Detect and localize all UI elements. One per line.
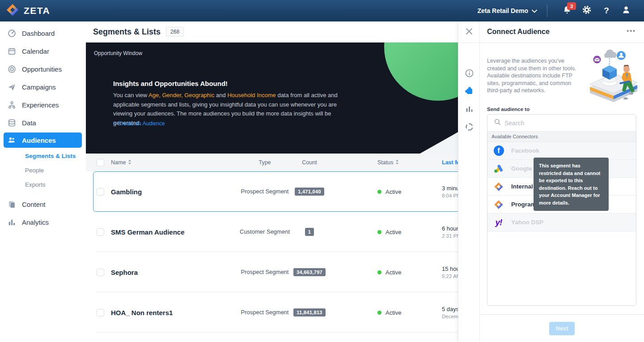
help-button[interactable]: ? [601, 5, 612, 16]
chevron-down-icon [532, 7, 537, 14]
sidebar-item-campaigns[interactable]: Campaigns [0, 78, 86, 96]
sidebar-item-segments-lists[interactable]: Segments & Lists [0, 149, 86, 163]
close-icon [466, 28, 473, 37]
sidebar-item-dashboard[interactable]: Dashboard [0, 24, 86, 42]
analytics-tab[interactable] [458, 103, 480, 117]
gear-icon [582, 5, 592, 17]
segment-name[interactable]: SMS German Audience [111, 228, 185, 236]
status-dot [377, 190, 381, 194]
content-header: Segments & Lists 268 [86, 21, 458, 43]
last-modified-time: 2:31 PM [442, 233, 458, 239]
segment-name[interactable]: Sephora [111, 269, 138, 276]
connector-label: Yahoo DSP [511, 219, 543, 226]
last-modified-time: 8:04 PM [442, 193, 458, 198]
sidebar-item-exports[interactable]: Exports [0, 177, 86, 192]
sidebar-item-label: Dashboard [22, 30, 55, 37]
column-header-type[interactable]: Type [258, 159, 271, 166]
zeta-logo-icon [6, 3, 19, 18]
last-modified: 6 hour [442, 225, 458, 232]
row-checkbox[interactable] [97, 309, 104, 316]
segment-name[interactable]: HOA_ Non renters1 [111, 309, 173, 316]
sidebar-item-content[interactable]: Content [0, 195, 86, 213]
settings-button[interactable] [581, 5, 592, 16]
people-icon [8, 136, 16, 145]
connect-audience-panel: Connect Audience ••• Leverage the audien… [458, 21, 644, 342]
available-connectors-header: Available Connectors [487, 132, 636, 142]
sidebar-item-calendar[interactable]: Calendar [0, 42, 86, 60]
segment-count: 1,471,040 [295, 188, 324, 196]
column-header-last-modified[interactable]: Last Mo [442, 159, 458, 166]
sidebar-item-opportunities[interactable]: Opportunities [0, 60, 86, 78]
row-checkbox[interactable] [97, 228, 104, 236]
select-all-checkbox[interactable] [97, 159, 104, 167]
column-header-count[interactable]: Count [302, 159, 317, 166]
segment-count: 1 [305, 228, 314, 236]
connector-label: Facebook [511, 147, 539, 154]
sidebar-item-audiences[interactable]: Audiences [4, 133, 82, 148]
segment-name[interactable]: Gambling [111, 188, 142, 196]
user-menu-button[interactable] [621, 5, 631, 16]
sidebar-item-label: Experiences [22, 101, 59, 109]
banner-highlight: Age, Gender, Geographic [148, 92, 214, 98]
last-modified: 3 minu [442, 185, 458, 192]
status-badge: Active [386, 229, 401, 235]
sidebar-item-experiences[interactable]: Experiences [0, 96, 86, 114]
row-checkbox[interactable] [97, 188, 104, 196]
topbar-divider [547, 4, 547, 17]
column-header-name[interactable]: Name [111, 159, 126, 166]
panel-description: Leverage the audiences you've created an… [487, 57, 576, 94]
paper-plane-icon [8, 83, 16, 91]
panel-title: Connect Audience [487, 28, 550, 36]
sidebar-item-people[interactable]: People [0, 163, 86, 177]
search-input[interactable] [504, 120, 616, 127]
zeta-diamond-icon [493, 199, 504, 210]
sidebar-item-analytics[interactable]: Analytics [0, 213, 86, 231]
column-header-status[interactable]: Status [377, 159, 393, 166]
banner-heading: Insights and Opportunities Abound! [113, 80, 228, 87]
connector-yahoo-dsp: y! Yahoo DSP [487, 214, 636, 231]
sidebar-item-label: Content [22, 201, 46, 208]
info-tab[interactable] [458, 67, 480, 81]
google-ads-icon [493, 163, 504, 174]
next-button[interactable]: Next [549, 322, 575, 335]
connector-facebook: f Facebook [487, 142, 636, 160]
table-row[interactable]: HOA_ Non renters1 Prospect Segment 11,84… [86, 292, 458, 333]
user-icon [622, 5, 631, 16]
search-icon [494, 119, 501, 127]
create-audience-link[interactable]: > Create an Audience [113, 120, 165, 127]
sidebar-item-label: Analytics [22, 218, 49, 226]
close-panel-button[interactable] [464, 27, 475, 38]
database-icon [8, 119, 16, 127]
sidebar-item-label: Campaigns [22, 83, 56, 91]
segment-type: Prospect Segment [241, 188, 289, 196]
panel-menu-button[interactable]: ••• [627, 27, 636, 34]
calendar-icon [8, 47, 16, 56]
notifications-button[interactable]: 3 [562, 5, 572, 16]
row-checkbox[interactable] [97, 269, 104, 276]
banner-green-circle-decoration [384, 43, 458, 101]
sidebar-navigation: Dashboard Calendar Opportunities Campaig… [0, 21, 86, 342]
brand-text: ZETA [24, 5, 50, 16]
account-switcher[interactable]: Zeta Retail Demo [477, 7, 547, 14]
connectors-tab[interactable] [458, 85, 480, 99]
sidebar-item-label: Opportunities [22, 65, 62, 73]
yahoo-icon: y! [493, 217, 504, 228]
status-dot [377, 311, 381, 315]
puzzle-icon [465, 86, 474, 97]
help-icon: ? [604, 6, 609, 16]
banner-highlight: Household Income [227, 92, 275, 98]
target-icon [8, 65, 16, 73]
account-switcher-label: Zeta Retail Demo [477, 7, 528, 14]
zeta-diamond-icon [493, 181, 504, 192]
last-modified: 15 hou [442, 265, 458, 272]
sidebar-item-data[interactable]: Data [0, 114, 86, 132]
panel-footer: Next [480, 314, 644, 342]
connector-search[interactable] [487, 115, 636, 132]
table-row[interactable]: Gambling Prospect Segment 1,471,040 Acti… [86, 171, 458, 212]
table-row[interactable]: Sephora Prospect Segment 34,663,797 Acti… [86, 252, 458, 292]
sort-icon[interactable] [395, 159, 399, 166]
sort-icon[interactable] [128, 159, 131, 166]
zeta-brand[interactable]: ZETA [0, 3, 50, 18]
table-row[interactable]: SMS German Audience Customer Segment 1 A… [86, 212, 458, 252]
history-tab[interactable] [458, 120, 480, 135]
